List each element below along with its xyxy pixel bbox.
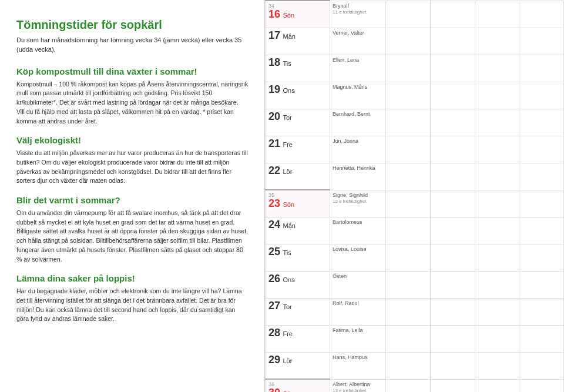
name-text: Bartolomeus [333,219,362,225]
data-col-4 [519,190,564,217]
data-col-3 [475,190,519,217]
day-name: Sön [283,12,294,19]
day-name: Fre [283,330,293,337]
calendar-row: 28 FreFatima, Leila [266,325,564,352]
data-col-3 [475,298,519,325]
day-name: Tor [283,303,291,310]
day-cell: 22 Lör [266,163,330,190]
day-name: Lör [283,168,292,175]
data-col-2 [430,163,475,190]
name-cell: Albert, Albertina13 e trefaldighet [330,379,386,392]
section-body-loppis: Har du begagnade kläder, möbler och elek… [16,287,248,324]
day-name: Lör [283,357,292,364]
day-cell: 3416 Sön [266,1,330,28]
day-number: 26 [268,273,280,284]
name-cell: Bartolomeus [330,217,386,244]
day-cell: 3630 Sön [266,379,330,392]
data-col-1 [386,55,431,82]
section-warm: Blir det varmt i sommar? Om du använder … [16,194,248,264]
data-col-3 [475,217,519,244]
day-number: 25 [268,246,280,257]
calendar-row: 3630 SönAlbert, Albertina13 e trefaldigh… [266,379,564,392]
name-text: Magnus, Måns [333,84,367,90]
name-cell: Verner, Valter [330,28,386,55]
section-body-compost: Kompostmull – 100 % råkompost kan köpas … [16,80,248,126]
data-col-2 [430,379,475,392]
day-cell: 21 Fre [266,136,330,163]
data-col-1 [386,136,431,163]
data-col-1 [386,109,431,136]
day-name: Mån [283,33,295,40]
day-number: 17 [268,29,280,41]
section-compost: Köp kompostmull till dina växter i somma… [16,65,248,126]
data-col-3 [475,1,519,28]
data-col-2 [430,190,475,217]
data-col-1 [386,28,431,55]
name-cell: Ellen, Lena [330,55,386,82]
calendar-row: 22 LörHenrietta, Henrika [266,163,564,190]
trinity-text: 13 e trefaldighet [333,388,366,393]
data-col-2 [430,271,475,298]
day-number: 21 [268,138,280,149]
data-col-4 [519,55,564,82]
day-cell: 19 Ons [266,82,330,109]
data-col-1 [386,298,431,325]
trinity-text: 12 e trefaldighet [333,199,366,204]
calendar-row: 3416 SönBrynolf11 e trefaldighet [266,1,564,28]
day-name: Fre [283,141,293,148]
day-number: 19 [268,83,280,95]
data-col-4 [519,136,564,163]
data-col-2 [430,55,475,82]
data-col-1 [386,379,431,392]
data-col-4 [519,379,564,392]
data-col-1 [386,352,431,379]
data-col-3 [475,109,519,136]
day-number: 23 [268,197,280,209]
data-col-3 [475,82,519,109]
calendar-row: 29 LörHans, Hampus [266,352,564,379]
data-col-3 [475,28,519,55]
data-col-4 [519,82,564,109]
name-text: Ellen, Lena [333,57,359,63]
data-col-1 [386,217,431,244]
calendar-row: 25 TisLovisa, Louise [266,244,564,271]
day-number: 16 [268,8,280,20]
day-number: 28 [268,327,280,339]
data-col-1 [386,271,431,298]
day-cell: 29 Lör [266,352,330,379]
section-body-eco: Visste du att miljön påverkas mer av hur… [16,149,248,186]
section-eco: Välj ekologiskt! Visste du att miljön på… [16,134,248,186]
data-col-1 [386,163,431,190]
name-cell: Brynolf11 e trefaldighet [330,1,386,28]
name-text: Östen [333,273,347,279]
day-cell: 18 Tis [266,55,330,82]
name-text: Hans, Hampus [333,354,368,360]
section-title-eco: Välj ekologiskt! [16,134,248,147]
calendar-row: 26 OnsÖsten [266,271,564,298]
day-number: 20 [268,110,280,122]
section-title-compost: Köp kompostmull till dina växter i somma… [16,65,248,78]
data-col-2 [430,28,475,55]
left-panel: Tömningstider för sopkärl Du som har mån… [0,0,264,392]
calendar-row: 27 TorRolf, Raoul [266,298,564,325]
data-col-3 [475,55,519,82]
data-col-2 [430,1,475,28]
data-col-3 [475,271,519,298]
name-text: Bernhard, Bernt [333,111,370,117]
day-number: 24 [268,219,280,230]
data-col-3 [475,136,519,163]
main-subtitle: Du som har månadstömning har tömning vec… [16,36,248,55]
section-body-warm: Om du använder din värmepump för att få … [16,209,248,264]
day-cell: 17 Mån [266,28,330,55]
data-col-2 [430,136,475,163]
day-name: Tis [283,249,291,256]
data-col-1 [386,190,431,217]
data-col-2 [430,217,475,244]
name-cell: Magnus, Måns [330,82,386,109]
day-number: 27 [268,300,280,311]
day-name: Tis [283,60,291,67]
day-number: 22 [268,165,280,176]
name-text: Verner, Valter [333,30,364,36]
data-col-3 [475,244,519,271]
calendar-row: 21 FreJon, Jonna [266,136,564,163]
